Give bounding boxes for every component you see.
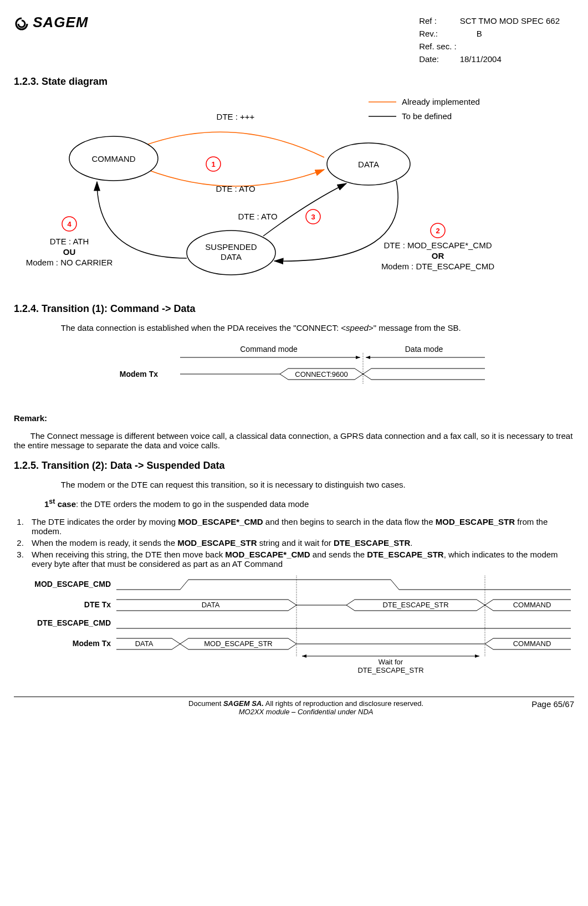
t2-mes: MOD_ESCAPE_STR — [204, 639, 273, 648]
timing-124: Command mode Data mode Modem Tx CONNECT:… — [14, 341, 568, 402]
t2-dtestr: DTE_ESCAPE_STR — [382, 601, 448, 609]
step-1: The DTE indicates the order by moving MO… — [26, 517, 574, 536]
right-l1: DTE : MOD_ESCAPE*_CMD — [384, 240, 492, 250]
circle-4: 4 — [67, 220, 71, 228]
page-footer: Document SAGEM SA. All rights of reprodu… — [14, 697, 574, 716]
svg-line-57 — [485, 638, 493, 644]
t2-dec: DTE_ESCAPE_CMD — [37, 618, 111, 627]
ref-block: Ref :SCT TMO MOD SPEC 662 Rev.:B Ref. se… — [418, 14, 563, 66]
svg-line-14 — [280, 374, 288, 380]
t2-wait2: DTE_ESCAPE_STR — [357, 666, 423, 674]
svg-line-58 — [485, 644, 493, 649]
left-l2: OU — [63, 247, 76, 257]
label-ato-susp: DTE : ATO — [238, 212, 277, 221]
svg-line-51 — [180, 644, 188, 649]
t2-modemtx: Modem Tx — [73, 639, 111, 648]
brand-text: SAGEM — [33, 14, 88, 30]
svg-line-26 — [180, 580, 188, 590]
step-2: When the modem is ready, it sends the MO… — [26, 538, 574, 547]
timing-125: MOD_ESCAPE_CMD DTE Tx DATA DTE_ESCAPE_ST… — [14, 573, 574, 678]
t2-data2: DATA — [135, 639, 154, 648]
footer-center: Document SAGEM SA. All rights of reprodu… — [80, 699, 531, 716]
svg-line-20 — [363, 374, 371, 380]
case1: 1st case: the DTE orders the modem to go… — [44, 498, 574, 509]
svg-line-19 — [363, 368, 371, 374]
circle-3: 3 — [311, 213, 315, 221]
refsec-label: Ref. sec. : — [419, 40, 459, 52]
svg-line-54 — [288, 638, 296, 644]
svg-line-50 — [180, 638, 188, 644]
brand-logo: SAGEM — [14, 14, 89, 33]
svg-line-48 — [172, 638, 180, 644]
circle-2: 2 — [436, 227, 439, 235]
footer-page: Page 65/67 — [531, 699, 574, 716]
svg-line-55 — [288, 644, 296, 649]
svg-line-42 — [485, 605, 493, 611]
svg-line-33 — [288, 605, 296, 611]
tm-data-mode: Data mode — [405, 345, 443, 354]
state-command: COMMAND — [91, 154, 135, 163]
date-value: 18/11/2004 — [460, 53, 562, 65]
label-ato-mid: DTE : ATO — [216, 184, 255, 193]
svg-line-49 — [172, 644, 180, 649]
refsec-value — [460, 40, 562, 52]
t2-data1: DATA — [202, 601, 220, 609]
right-l2: OR — [432, 251, 444, 260]
svg-line-35 — [346, 600, 355, 605]
state-diagram: Already implemented To be defined DTE : … — [14, 92, 568, 291]
legend-tobe: To be defined — [402, 111, 452, 121]
t2-cmd2: COMMAND — [513, 639, 551, 648]
svg-line-32 — [288, 600, 296, 605]
rev-value: B — [460, 28, 562, 39]
heading-125: 1.2.5. Transition (2): Data -> Suspended… — [14, 460, 574, 472]
remark-body: The Connect message is different between… — [14, 431, 574, 450]
page-header: SAGEM Ref :SCT TMO MOD SPEC 662 Rev.:B R… — [14, 14, 574, 66]
right-l3: Modem : DTE_ESCAPE_CMD — [381, 262, 494, 271]
label-dte-plus: DTE : +++ — [217, 112, 255, 121]
state-suspended-l2: DATA — [221, 252, 242, 262]
tm-modem-tx: Modem Tx — [120, 370, 158, 378]
tm-cmd-mode: Command mode — [240, 345, 298, 354]
state-suspended-l1: SUSPENDED — [205, 242, 257, 252]
step-3: When receiving this string, the DTE then… — [26, 550, 574, 569]
t2-dtetx: DTE Tx — [84, 600, 111, 609]
svg-line-18 — [355, 374, 363, 380]
tm-connect: CONNECT:9600 — [295, 370, 347, 378]
para-124: The data connection is established when … — [44, 323, 574, 332]
steps-125: The DTE indicates the order by moving MO… — [14, 517, 574, 569]
left-l1: DTE : ATH — [50, 237, 89, 246]
t2-wait1: Wait for — [379, 658, 403, 666]
t2-cmd1: COMMAND — [513, 601, 551, 609]
intro-125: The modem or the DTE can request this tr… — [44, 480, 574, 489]
circle-1: 1 — [211, 160, 215, 168]
logo-swirl-icon — [14, 17, 29, 33]
svg-line-41 — [485, 600, 493, 605]
legend-already: Already implemented — [402, 97, 480, 106]
svg-line-17 — [355, 368, 363, 374]
date-label: Date: — [419, 53, 459, 65]
rev-label: Rev.: — [419, 28, 459, 39]
svg-line-28 — [391, 580, 399, 590]
remark-title: Remark: — [14, 413, 574, 423]
t2-mec: MOD_ESCAPE_CMD — [34, 580, 111, 588]
left-l3: Modem : NO CARRIER — [26, 258, 113, 267]
heading-124: 1.2.4. Transition (1): Command -> Data — [14, 303, 574, 315]
svg-line-39 — [477, 600, 485, 605]
svg-line-40 — [477, 605, 485, 611]
state-data: DATA — [358, 160, 379, 169]
svg-line-36 — [346, 605, 355, 611]
heading-123: 1.2.3. State diagram — [14, 76, 574, 88]
svg-line-13 — [280, 368, 288, 374]
ref-value: SCT TMO MOD SPEC 662 — [460, 15, 562, 27]
ref-label: Ref : — [419, 15, 459, 27]
